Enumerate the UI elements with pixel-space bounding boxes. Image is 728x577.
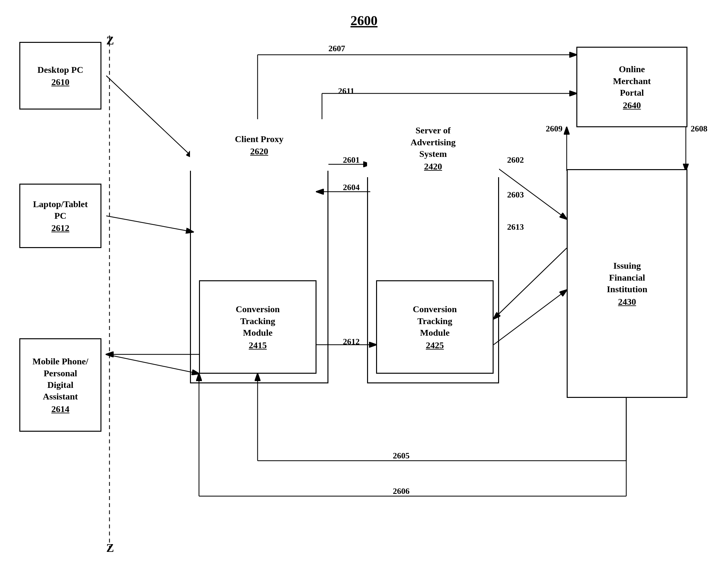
mobile-phone-title: Mobile Phone/PersonalDigitalAssistant — [32, 356, 88, 403]
desktop-pc-node: Desktop PC 2610 — [19, 42, 101, 109]
online-merchant-id: 2640 — [623, 100, 641, 110]
online-merchant-title: OnlineMerchantPortal — [613, 64, 651, 99]
online-merchant-node: OnlineMerchantPortal 2640 — [576, 47, 687, 127]
ctm-2425-node: ConversionTrackingModule 2425 — [376, 280, 494, 374]
ctm-2425-title: ConversionTrackingModule — [413, 303, 457, 338]
client-proxy-id: 2620 — [250, 146, 268, 156]
svg-line-3 — [106, 76, 193, 158]
issuing-fi-title: IssuingFinancialInstitution — [607, 260, 647, 295]
server-adv-id: 2420 — [424, 161, 442, 172]
issuing-fi-node: IssuingFinancialInstitution 2430 — [567, 169, 687, 398]
desktop-pc-id: 2610 — [52, 77, 70, 87]
label-2606: 2606 — [393, 486, 410, 496]
laptop-tablet-id: 2612 — [52, 223, 70, 233]
client-proxy-node: Client Proxy 2620 — [190, 119, 329, 171]
ctm-2415-id: 2415 — [249, 340, 267, 351]
svg-line-14 — [493, 164, 567, 219]
label-2602: 2602 — [507, 155, 524, 165]
diagram-title: 2600 — [350, 13, 378, 28]
laptop-tablet-title: Laptop/TabletPC — [33, 198, 87, 222]
client-proxy-title: Client Proxy — [235, 133, 283, 145]
label-2609: 2609 — [546, 124, 563, 134]
mobile-phone-node: Mobile Phone/PersonalDigitalAssistant 26… — [19, 338, 101, 432]
mobile-phone-id: 2614 — [52, 404, 70, 414]
label-2605: 2605 — [393, 451, 410, 461]
label-2612-arrow: 2612 — [343, 337, 360, 347]
laptop-tablet-node: Laptop/TabletPC 2612 — [19, 184, 101, 248]
issuing-fi-id: 2430 — [618, 297, 636, 307]
svg-line-4 — [106, 216, 193, 232]
label-2607: 2607 — [329, 44, 345, 53]
svg-line-5 — [106, 354, 199, 374]
svg-line-16 — [494, 290, 567, 345]
label-2611: 2611 — [338, 86, 355, 96]
label-2601: 2601 — [343, 155, 360, 165]
label-2613: 2613 — [507, 222, 524, 232]
z-label-bottom: Z — [106, 541, 114, 555]
ctm-2415-node: ConversionTrackingModule 2415 — [199, 280, 316, 374]
server-adv-title: Server ofAdvertisingSystem — [411, 125, 456, 160]
ctm-2425-id: 2425 — [426, 340, 444, 351]
svg-line-15 — [494, 248, 567, 319]
label-2608: 2608 — [691, 124, 707, 134]
server-adv-node: Server ofAdvertisingSystem 2420 — [367, 119, 499, 177]
label-2603: 2603 — [507, 190, 524, 200]
ctm-2415-title: ConversionTrackingModule — [236, 303, 280, 338]
label-2604: 2604 — [343, 183, 360, 192]
desktop-pc-title: Desktop PC — [37, 64, 83, 76]
z-label-top: Z — [106, 34, 114, 47]
